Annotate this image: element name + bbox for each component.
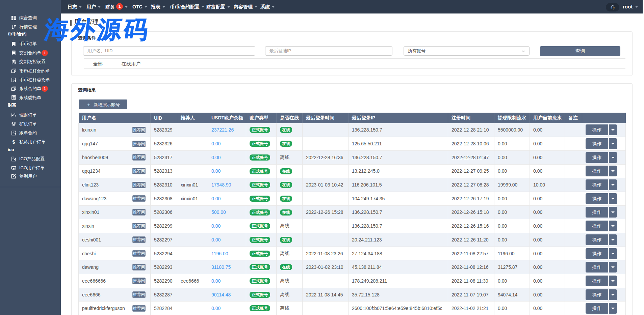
svg-text:$: $ xyxy=(12,140,15,145)
